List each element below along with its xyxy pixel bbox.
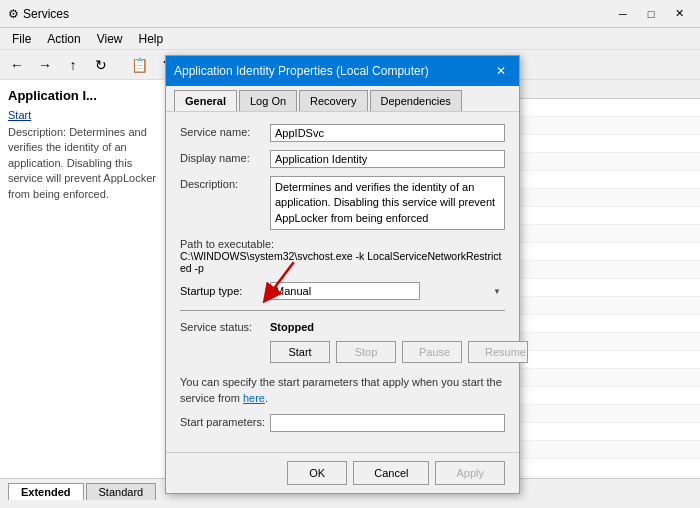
start-button[interactable]: Start bbox=[270, 341, 330, 363]
forward-button[interactable]: → bbox=[32, 53, 58, 77]
description-label: Description: bbox=[180, 176, 270, 190]
service-status-label: Service status: bbox=[180, 321, 270, 333]
service-name-row: Service name: AppIDSvc bbox=[180, 124, 505, 142]
dialog-tab-recovery[interactable]: Recovery bbox=[299, 90, 367, 111]
services-titlebar: ⚙ Services ─ □ ✕ bbox=[0, 0, 700, 28]
refresh-button[interactable]: ↻ bbox=[88, 53, 114, 77]
tab-extended[interactable]: Extended bbox=[8, 483, 84, 500]
service-status-row: Service status: Stopped bbox=[180, 321, 505, 333]
services-icon: ⚙ bbox=[8, 7, 19, 21]
pause-button[interactable]: Pause bbox=[402, 341, 462, 363]
back-button[interactable]: ← bbox=[4, 53, 30, 77]
menu-action[interactable]: Action bbox=[39, 30, 88, 48]
service-status-value: Stopped bbox=[270, 321, 314, 333]
apply-button[interactable]: Apply bbox=[435, 461, 505, 485]
menu-help[interactable]: Help bbox=[131, 30, 172, 48]
start-params-note: You can specify the start parameters tha… bbox=[180, 375, 505, 406]
dialog-body: Service name: AppIDSvc Display name: App… bbox=[166, 112, 519, 452]
up-button[interactable]: ↑ bbox=[60, 53, 86, 77]
sidebar-start-link[interactable]: Start bbox=[8, 109, 166, 121]
tab-standard[interactable]: Standard bbox=[86, 483, 157, 500]
dialog-tab-logon[interactable]: Log On bbox=[239, 90, 297, 111]
startup-select[interactable]: Automatic Automatic (Delayed Start) Manu… bbox=[270, 282, 420, 300]
stop-button[interactable]: Stop bbox=[336, 341, 396, 363]
path-value: C:\WINDOWS\system32\svchost.exe -k Local… bbox=[180, 250, 505, 274]
minimize-button[interactable]: ─ bbox=[610, 4, 636, 24]
display-name-value: Application Identity bbox=[270, 150, 505, 168]
startup-label: Startup type: bbox=[180, 285, 270, 297]
window-controls: ─ □ ✕ bbox=[610, 4, 692, 24]
resume-button[interactable]: Resume bbox=[468, 341, 528, 363]
service-name-label: Service name: bbox=[180, 124, 270, 138]
maximize-button[interactable]: □ bbox=[638, 4, 664, 24]
close-button[interactable]: ✕ bbox=[666, 4, 692, 24]
menu-view[interactable]: View bbox=[89, 30, 131, 48]
start-params-row: Start parameters: bbox=[180, 414, 505, 432]
startup-select-wrapper: Automatic Automatic (Delayed Start) Manu… bbox=[270, 282, 505, 300]
separator bbox=[180, 310, 505, 311]
menu-file[interactable]: File bbox=[4, 30, 39, 48]
services-title: Services bbox=[23, 7, 69, 21]
menubar: File Action View Help bbox=[0, 28, 700, 50]
sidebar-description: Description: Determines and verifies the… bbox=[8, 125, 166, 202]
dialog-close-button[interactable]: ✕ bbox=[491, 62, 511, 80]
path-row: Path to executable: C:\WINDOWS\system32\… bbox=[180, 238, 505, 274]
display-name-row: Display name: Application Identity bbox=[180, 150, 505, 168]
start-params-input[interactable] bbox=[270, 414, 505, 432]
dialog-titlebar: Application Identity Properties (Local C… bbox=[166, 56, 519, 86]
description-value: Determines and verifies the identity of … bbox=[270, 176, 505, 230]
sidebar-service-heading: Application I... bbox=[8, 88, 166, 103]
dialog-tab-dependencies[interactable]: Dependencies bbox=[370, 90, 462, 111]
display-name-label: Display name: bbox=[180, 150, 270, 164]
ok-button[interactable]: OK bbox=[287, 461, 347, 485]
properties-dialog: Application Identity Properties (Local C… bbox=[165, 55, 520, 494]
startup-row: Startup type: Automatic Automatic (Delay… bbox=[180, 282, 505, 300]
description-row: Description: Determines and verifies the… bbox=[180, 176, 505, 230]
dialog-tab-general[interactable]: General bbox=[174, 90, 237, 111]
dialog-title: Application Identity Properties (Local C… bbox=[174, 64, 491, 78]
service-name-value: AppIDSvc bbox=[270, 124, 505, 142]
path-label: Path to executable: bbox=[180, 238, 505, 250]
dialog-tabs: General Log On Recovery Dependencies bbox=[166, 86, 519, 112]
here-link[interactable]: here bbox=[243, 392, 265, 404]
sidebar: Application I... Start Description: Dete… bbox=[0, 80, 175, 478]
action-buttons: Start Stop Pause Resume bbox=[270, 341, 505, 363]
properties-button[interactable]: 📋 bbox=[126, 53, 152, 77]
cancel-button[interactable]: Cancel bbox=[353, 461, 429, 485]
start-params-label: Start parameters: bbox=[180, 414, 270, 428]
dialog-footer: OK Cancel Apply bbox=[166, 452, 519, 493]
